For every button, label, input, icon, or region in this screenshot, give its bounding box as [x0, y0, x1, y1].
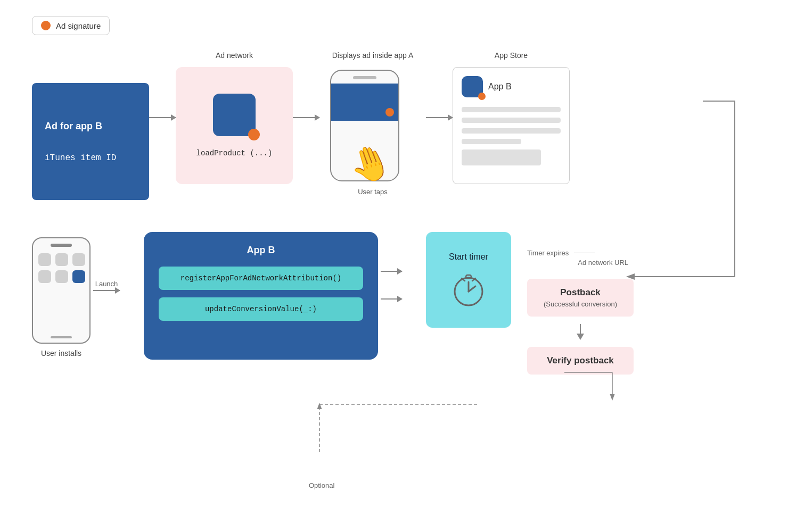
legend-dot	[41, 21, 51, 30]
adnet-box: loadProduct (...)	[176, 67, 293, 184]
legend-label: Ad signature	[56, 21, 101, 30]
app-icon-5	[55, 270, 68, 283]
ad-network-url-label: Ad network URL	[527, 259, 628, 267]
appb-timer-arrows	[381, 232, 402, 338]
launch-arrow	[93, 290, 120, 291]
ad-box: Ad for app B iTunes item ID	[32, 83, 149, 200]
ad-box-title: Ad for app B	[45, 121, 136, 132]
appb-func1: registerAppForAdNetworkAttribution()	[159, 267, 363, 290]
svg-line-2	[469, 286, 475, 292]
appb-title: App B	[247, 245, 275, 256]
home-bar	[51, 336, 72, 338]
phone-install-wrapper: User installs	[32, 237, 91, 358]
arrow-line-1	[149, 117, 176, 118]
postback-area: Timer expires Ad network URL Postback (S…	[527, 232, 634, 381]
ad-box-wrapper: Ad for app B iTunes item ID	[32, 67, 149, 200]
appstore-icon-dot	[478, 93, 486, 100]
appstore-line3	[462, 128, 561, 134]
phone-install	[32, 237, 91, 344]
appstore-line4	[462, 139, 521, 144]
timer-expires-line	[574, 253, 595, 253]
appb-func2: updateConversionValue(_:)	[159, 297, 363, 321]
diagram-container: Ad signature Ad for app B iTunes item ID…	[0, 0, 788, 532]
appstore-wrapper: App Store App B	[453, 51, 570, 184]
phone-display-wrapper: Displays ad inside app A 🤚 User taps	[319, 51, 426, 184]
user-installs-label: User installs	[41, 349, 81, 358]
appstore-icon	[462, 76, 483, 97]
appstore-line5	[462, 149, 541, 165]
postback-title: Postback	[540, 287, 621, 298]
arrow1	[149, 51, 176, 168]
launch-arrow-wrapper: Launch	[93, 232, 120, 338]
top-row: Ad for app B iTunes item ID Ad network l…	[32, 51, 756, 200]
timer-label: Start timer	[449, 252, 488, 262]
adnet-label: Ad network	[216, 51, 253, 62]
user-taps-label: User taps	[358, 188, 388, 196]
app-icon-3	[72, 253, 85, 266]
appstore-label: App Store	[495, 51, 528, 62]
appstore-line2	[462, 118, 561, 123]
svg-marker-7	[577, 334, 584, 340]
adnet-box-wrapper: Ad network loadProduct (...)	[176, 51, 293, 184]
appstore-line1	[462, 107, 561, 112]
appb-arrow-bottom	[381, 298, 402, 300]
arrow2	[293, 51, 319, 168]
launch-label: Launch	[95, 280, 118, 288]
arrow-line-2	[293, 117, 319, 118]
adnet-dot	[248, 129, 260, 140]
svg-rect-3	[466, 275, 471, 278]
display-label: Displays ad inside app A	[332, 51, 414, 62]
appb-container: App B registerAppForAdNetworkAttribution…	[144, 232, 378, 360]
app-icon-blue	[72, 270, 85, 283]
phone-ad-dot	[385, 108, 394, 117]
adnet-code: loadProduct (...)	[196, 149, 273, 157]
appstore-header: App B	[462, 76, 561, 97]
appstore-app-name: App B	[488, 82, 512, 92]
verify-postback-box: Verify postback	[527, 347, 634, 375]
ad-box-subtitle: iTunes item ID	[45, 153, 136, 163]
phone-notch-bottom	[51, 244, 72, 247]
postback-box: Postback (Successful conversion)	[527, 279, 634, 317]
arrow-line-3	[426, 117, 453, 118]
verify-title: Verify postback	[540, 355, 621, 366]
appb-arrow-top-head	[397, 268, 403, 275]
app-icon-2	[55, 253, 68, 266]
timer-box: Start timer	[426, 232, 511, 328]
postback-subtitle: (Successful conversion)	[540, 300, 621, 308]
phone-ad-area	[331, 84, 398, 121]
timer-icon	[450, 270, 487, 307]
appstore-box: App B	[453, 67, 570, 184]
launch-arrow-head	[115, 287, 120, 294]
app-icon-4	[38, 270, 51, 283]
phone-notch	[353, 76, 376, 79]
timer-expires-row: Timer expires	[527, 249, 634, 257]
timer-expires-label: Timer expires	[527, 249, 569, 257]
optional-label: Optional	[309, 481, 334, 489]
adnet-inner-icon	[213, 94, 256, 136]
bottom-row: User installs Launch App B registerAppFo…	[32, 232, 756, 413]
appb-arrow-top	[381, 271, 402, 272]
down-arrow-svg	[575, 324, 586, 340]
phone-screen	[33, 253, 89, 283]
postback-down-arrow	[527, 324, 634, 340]
phone-display-area: 🤚 User taps	[319, 67, 426, 184]
app-icon-1	[38, 253, 51, 266]
appb-arrow-bottom-head	[397, 296, 403, 302]
arrow3	[426, 51, 453, 168]
legend: Ad signature	[32, 16, 110, 35]
